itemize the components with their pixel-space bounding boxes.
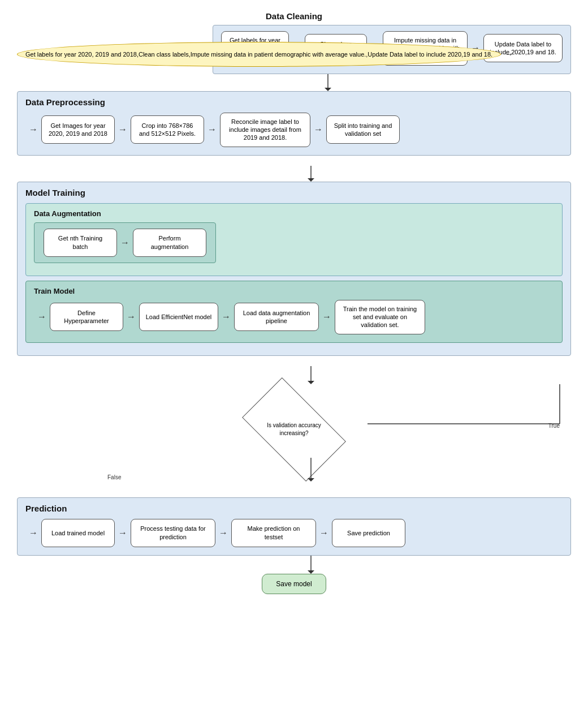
conn-svg-5 <box>17 556 571 574</box>
proc-train-eval: Train the model on training set and eval… <box>335 300 425 334</box>
conn-svg-1 <box>62 74 571 91</box>
decision-area: Is validation accuracy increasing? True … <box>17 384 571 486</box>
prediction-flow: → Load trained model → Process testing d… <box>25 519 563 547</box>
proc-split: Split into training and validation set <box>326 115 400 144</box>
false-label: False <box>107 474 121 480</box>
data-aug-title: Data Augmentation <box>34 209 554 218</box>
connector-pre-to-train <box>17 166 571 182</box>
prediction-title: Prediction <box>25 504 563 513</box>
data-cleaning-title: Data Cleaning <box>266 11 322 21</box>
start-ellipse: Get labels for year 2020, 2019 and 2018,… <box>17 42 501 67</box>
true-label: True <box>548 423 560 429</box>
model-training-title: Model Training <box>25 188 563 197</box>
proc-make-prediction: Make prediction on testset <box>231 519 316 547</box>
data-preprocessing-title: Data Preprocessing <box>25 97 563 107</box>
decision-text: Is validation accuracy increasing? <box>263 422 325 437</box>
arr-pred-3: → <box>316 527 332 539</box>
arr-pre-2: → <box>204 124 220 135</box>
arr-tm-start: → <box>34 311 50 323</box>
arr-tm-3: → <box>319 311 335 323</box>
proc-reconcile: Reconcile image label to include images … <box>220 113 310 147</box>
proc-load-aug-pipeline: Load data augmentation pipeline <box>234 303 319 331</box>
train-model-flow: → Define Hyperparameter → Load Efficient… <box>34 300 554 334</box>
conn-svg-3 <box>17 366 571 384</box>
arr-pre-3: → <box>310 124 326 135</box>
proc-update-label: Update Data label to include 2020,19 and… <box>483 34 563 62</box>
arr-aug-1: → <box>117 237 133 248</box>
data-augmentation-section: Data Augmentation Get nth Training batch… <box>25 203 563 276</box>
svg-marker-1 <box>325 88 331 91</box>
connector-decision-to-pred <box>17 486 571 497</box>
arr-pred-start: → <box>25 527 41 539</box>
data-preprocessing-section: Data Preprocessing → Get Images for year… <box>17 91 571 156</box>
arr-tm-2: → <box>218 311 234 323</box>
arr-tm-1: → <box>123 311 139 323</box>
proc-efficientnet: Load EfficientNet model <box>139 303 218 331</box>
arr-pre-1: → <box>115 124 131 135</box>
proc-nth-batch: Get nth Training batch <box>44 229 117 257</box>
model-training-section: Model Training Data Augmentation Get nth… <box>17 182 571 356</box>
svg-marker-3 <box>308 178 314 182</box>
diamond-container: Is validation accuracy increasing? <box>237 396 351 463</box>
conn-svg-2 <box>17 166 571 182</box>
save-model-label: Save model <box>276 580 312 588</box>
proc-crop: Crop into 768×786 and 512×512 Pixels. <box>131 115 204 144</box>
main-diagram: Data Cleaning Get labels for year 2020, … <box>0 0 588 605</box>
svg-marker-12 <box>308 570 314 574</box>
proc-get-images: Get Images for year 2020, 2019 and 2018 <box>41 115 115 144</box>
proc-load-trained: Load trained model <box>41 519 115 547</box>
proc-save-pred: Save prediction <box>332 519 405 547</box>
proc-augmentation: Perform augmentation <box>133 229 206 257</box>
save-model-terminal: Save model <box>262 574 326 594</box>
prediction-section: Prediction → Load trained model → Proces… <box>17 497 571 556</box>
connector-pred-to-terminal <box>17 556 571 574</box>
train-model-title: Train Model <box>34 287 554 295</box>
arr-pre-start: → <box>25 124 41 135</box>
data-aug-inner: Get nth Training batch → Perform augment… <box>34 222 216 263</box>
download-dataset-label: Get labels for year 2020, 2019 and 2018,… <box>25 51 492 58</box>
arr-pred-2: → <box>215 527 231 539</box>
terminal-container: Save model <box>17 574 571 594</box>
proc-hyperparams: Define Hyperparameter <box>50 303 123 331</box>
arr-pred-1: → <box>115 527 131 539</box>
conn-svg-4 <box>17 486 571 497</box>
arrow-to-cleaning: → <box>501 49 517 60</box>
train-model-section: Train Model → Define Hyperparameter → Lo… <box>25 281 563 343</box>
diamond-shape-wrap: Is validation accuracy increasing? <box>237 396 351 463</box>
preprocessing-flow-row: → Get Images for year 2020, 2019 and 201… <box>25 113 563 147</box>
connector-cleaning-to-preprocessing <box>62 74 571 91</box>
connector-train-to-decision <box>17 366 571 384</box>
proc-process-testing: Process testing data for prediction <box>131 519 215 547</box>
